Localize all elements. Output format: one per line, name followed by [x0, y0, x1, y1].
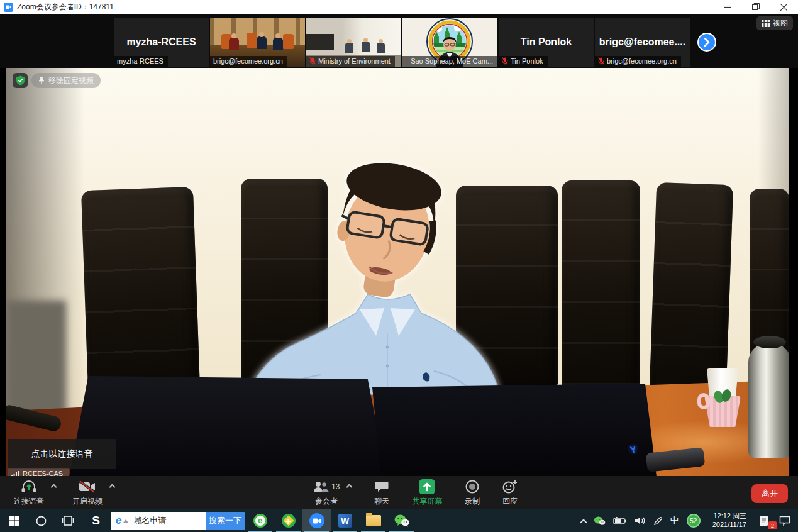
infoflow-app-button[interactable]: S [82, 509, 110, 532]
windows-taskbar: S e 域名申请 搜索一下 e + W 中 52 [0, 509, 798, 532]
task-view-icon [62, 516, 74, 526]
participant-tile-brigc-video[interactable]: brigc@fecomee.org.cn [210, 18, 305, 67]
participant-tile-sao-sopheap[interactable]: Sao Sopheap, MoE Cam... [402, 18, 497, 67]
leaf-logo [713, 389, 732, 403]
participant-tile-myzha[interactable]: myzha-RCEES myzha-RCEES [114, 18, 209, 67]
wechat-icon [394, 514, 409, 527]
battery-status-button[interactable] [609, 509, 631, 532]
battery-manager-button[interactable]: 52 [683, 509, 704, 532]
join-audio-button[interactable]: 连接语音 [14, 480, 44, 507]
video-options-chevron[interactable] [109, 484, 116, 490]
tray-expand-button[interactable] [577, 509, 590, 532]
action-center-button[interactable] [775, 509, 798, 532]
taskbar-search-box[interactable]: e 域名申请 搜索一下 [111, 512, 245, 530]
chat-icon [375, 480, 389, 493]
wechat-button[interactable] [387, 509, 416, 532]
participant-name-label: brigc@fecomee.org.cn [210, 56, 287, 67]
participant-name-label: Sao Sopheap, MoE Cam... [402, 56, 497, 67]
file-explorer-button[interactable] [359, 509, 387, 532]
participants-count: 13 [331, 482, 340, 491]
remove-pin-button[interactable]: 移除固定视频 [31, 73, 101, 88]
notes-icon [758, 515, 769, 526]
camera-off-icon [79, 480, 96, 493]
browser-360-icon: e [253, 514, 267, 528]
ie-icon: e [116, 514, 121, 527]
foreground-blur [6, 301, 66, 420]
antivirus-icon: + [282, 514, 296, 528]
task-view-button[interactable] [53, 509, 82, 532]
infoflow-icon: S [92, 514, 100, 528]
battery-icon [613, 517, 627, 525]
chat-button[interactable]: 聊天 [374, 480, 389, 507]
clock[interactable]: 12:12 周三 2021/11/17 [704, 509, 755, 532]
word-button[interactable]: W [331, 509, 359, 532]
start-button[interactable] [0, 509, 28, 532]
wechat-tray-icon [594, 516, 606, 526]
muted-mic-icon [309, 57, 316, 65]
tray-wechat-button[interactable] [590, 509, 609, 532]
laptop [372, 384, 657, 476]
ime-indicator[interactable]: 中 [667, 509, 683, 532]
headphones-icon [21, 480, 37, 494]
record-icon [465, 480, 479, 494]
chevron-right-icon [704, 38, 710, 47]
window-titlebar: Zoom会议参会者ID：147811 [0, 0, 798, 14]
cortana-icon [36, 516, 47, 526]
browser-360-button[interactable]: e [246, 509, 274, 532]
view-button[interactable]: 视图 [756, 16, 793, 30]
connect-audio-prompt[interactable]: 点击以连接语音 [8, 439, 116, 469]
folder-icon [366, 515, 381, 526]
participant-filmstrip: myzha-RCEES myzha-RCEES brigc@fecomee.or… [0, 14, 798, 68]
action-center-icon [779, 516, 790, 526]
windows-logo-icon [9, 516, 19, 526]
participant-name-label: Ministry of Environment [306, 56, 395, 67]
audio-options-chevron[interactable] [51, 484, 57, 490]
cortana-button[interactable] [28, 509, 53, 532]
speaker-icon [635, 516, 646, 525]
reactions-button[interactable]: 回应 [502, 480, 518, 507]
paper-cup [703, 368, 742, 428]
zoom-taskbar-button[interactable] [302, 509, 331, 532]
participant-name-label: brigc@fecomee.org.cn [595, 56, 681, 67]
thermos-kettle [748, 332, 789, 458]
volume-button[interactable] [631, 509, 650, 532]
start-video-button[interactable]: 开启视频 [72, 480, 103, 507]
share-screen-button[interactable]: 共享屏幕 [412, 480, 442, 507]
security-shield-icon[interactable] [13, 73, 28, 88]
speaker-video: Y 移除固定视频 点击以连接语音 RCEES-CA [6, 68, 789, 476]
record-button[interactable]: 录制 [465, 480, 480, 507]
muted-mic-icon [406, 57, 408, 65]
chair [562, 180, 640, 407]
next-participants-button[interactable] [697, 33, 716, 52]
participants-icon [313, 480, 329, 493]
participants-button[interactable]: 13 参会者 [313, 480, 340, 507]
close-button[interactable] [770, 0, 798, 14]
restore-button[interactable] [741, 0, 770, 14]
minimize-button[interactable] [713, 0, 741, 14]
chevron-up-icon [580, 519, 587, 526]
participants-chevron[interactable] [346, 484, 353, 490]
participant-tile-tin-ponlok[interactable]: Tin Ponlok Tin Ponlok [499, 18, 594, 67]
meeting-toolbar: 连接语音 开启视频 13 参会者 [0, 476, 798, 509]
active-speaker-label: RCEES-CAS [8, 468, 69, 476]
participant-tile-brigc2[interactable]: brigc@fecomee.... brigc@fecomee.org.cn [595, 18, 690, 67]
share-screen-icon [418, 479, 436, 494]
notes-notification-button[interactable]: 2 [755, 509, 775, 532]
window-title: Zoom会议参会者ID：147811 [17, 2, 114, 13]
search-caret-icon [123, 519, 128, 523]
muted-mic-icon [502, 57, 508, 65]
tray-time: 12:12 周三 [712, 512, 746, 521]
participant-name-label: myzha-RCEES [114, 56, 168, 67]
zoom-camera-icon [309, 513, 324, 528]
participant-tile-ministry[interactable]: Ministry of Environment [306, 18, 401, 67]
participant-name-label: Tin Ponlok [499, 56, 548, 67]
search-go-button[interactable]: 搜索一下 [206, 512, 245, 530]
muted-mic-icon [598, 57, 604, 65]
battery-percent-badge: 52 [687, 514, 701, 528]
leave-meeting-button[interactable]: 离开 [751, 484, 788, 503]
windows-ink-button[interactable] [650, 509, 667, 532]
pen-icon [653, 516, 663, 526]
grid-view-icon [762, 20, 770, 27]
antivirus-app-button[interactable]: + [274, 509, 302, 532]
pinned-video-stage[interactable]: Y 移除固定视频 点击以连接语音 RCEES-CA [0, 68, 798, 476]
